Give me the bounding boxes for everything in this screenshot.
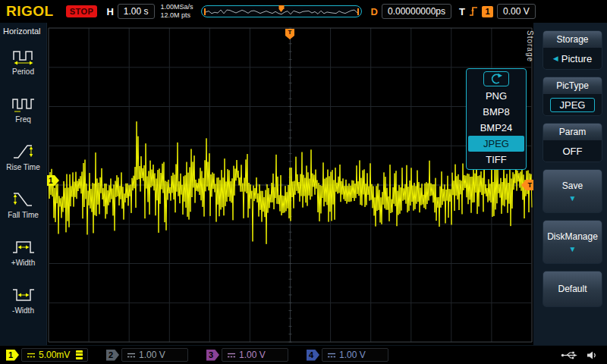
- rotate-ccw-icon[interactable]: [483, 71, 509, 86]
- channel-3-status[interactable]: 3 1.00 V: [206, 348, 288, 362]
- save-label: Save: [562, 180, 583, 191]
- storage-value: Picture: [561, 53, 592, 64]
- period-icon: [11, 46, 36, 66]
- trigger-position-mini-marker: [278, 5, 284, 12]
- bandwidth-limit-icon: [76, 350, 83, 359]
- channel-3-scale: 1.00 V: [239, 350, 266, 360]
- sidebar-item-plus-width[interactable]: +Width: [0, 228, 46, 276]
- storage-title: Storage: [543, 31, 602, 48]
- trigger-label: T: [459, 6, 465, 17]
- channel-2-scale: 1.00 V: [139, 350, 165, 360]
- sidebar-item-freq[interactable]: Freq: [0, 85, 46, 133]
- rigol-logo: RIGOL: [6, 3, 54, 20]
- sidebar-item-fall-time[interactable]: Fall Time: [0, 180, 46, 228]
- waveform-position-indicator: [201, 5, 362, 17]
- diskmanage-button[interactable]: DiskManage ▼: [543, 220, 602, 264]
- fall-time-icon: [11, 190, 36, 209]
- trigger-edge-icon: [469, 6, 478, 17]
- pictype-popup: PNG BMP8 BMP24 JPEG TIFF: [466, 68, 527, 170]
- sidebar-item-rise-time[interactable]: Rise Time: [0, 133, 46, 180]
- sidebar-item-label: Rise Time: [6, 163, 39, 171]
- menu-group-param[interactable]: Param OFF: [543, 123, 602, 162]
- minus-width-icon: [11, 285, 36, 305]
- channel-4-badge: 4: [307, 350, 319, 361]
- memory-depth-value: 12.0M pts: [161, 11, 193, 20]
- channel-4-status[interactable]: 4 1.00 V: [307, 348, 388, 362]
- waveform-display-area: T 1 T PNG BMP8 BMP24 JPEG TIFF: [47, 23, 533, 345]
- sample-rate-readout: 1.00MSa/s 12.0M pts: [161, 3, 193, 20]
- default-label: Default: [558, 284, 587, 294]
- graticule-and-waveform: [47, 23, 533, 345]
- param-value: OFF: [563, 146, 583, 157]
- coupling-dc-icon: [27, 352, 36, 359]
- channel-2-status[interactable]: 2 1.00 V: [106, 348, 188, 362]
- oscilloscope-screen: RIGOL STOP H 1.00 s 1.00MSa/s 12.0M pts …: [0, 0, 607, 364]
- channel-1-scale: 5.00mV: [39, 350, 70, 360]
- coupling-dc-icon: [327, 352, 336, 359]
- freq-icon: [11, 94, 36, 114]
- arrow-down-icon: ▼: [569, 196, 577, 202]
- top-status-bar: RIGOL STOP H 1.00 s 1.00MSa/s 12.0M pts …: [0, 0, 607, 23]
- speaker-icon[interactable]: [587, 350, 598, 360]
- popup-item-tiff[interactable]: TIFF: [468, 152, 524, 168]
- window-left-bracket: [204, 8, 206, 15]
- sidebar-item-period[interactable]: Period: [0, 37, 46, 85]
- run-state-badge: STOP: [66, 5, 98, 17]
- popup-item-png[interactable]: PNG: [468, 88, 524, 104]
- arrow-left-icon: ◀: [553, 55, 558, 62]
- save-button[interactable]: Save ▼: [543, 169, 602, 213]
- horizontal-measure-sidebar: Horizontal Period Freq: [0, 23, 47, 345]
- channel-3-badge: 3: [206, 350, 219, 361]
- timebase-readout: 1.00 s: [118, 4, 155, 19]
- sidebar-item-label: Period: [12, 67, 34, 76]
- storage-menu-panel: Storage ◀ Picture PicType JPEG Param OFF…: [533, 23, 607, 345]
- sidebar-item-label: Fall Time: [8, 211, 39, 219]
- diskmanage-label: DiskManage: [547, 231, 598, 242]
- window-right-bracket: [357, 8, 359, 15]
- rise-time-icon: [11, 142, 36, 162]
- pictype-value: JPEG: [550, 98, 596, 112]
- channel-4-scale: 1.00 V: [339, 350, 366, 360]
- trigger-level-readout: 0.00 V: [497, 4, 536, 19]
- popup-item-bmp24[interactable]: BMP24: [468, 120, 524, 136]
- coupling-dc-icon: [127, 352, 136, 359]
- coupling-dc-icon: [227, 352, 236, 359]
- channel-status-bar: 1 5.00mV 2 1.00 V 3: [0, 345, 607, 364]
- menu-tab-storage: Storage: [526, 30, 534, 62]
- default-button[interactable]: Default: [543, 271, 602, 307]
- trigger-position-marker[interactable]: T: [285, 29, 294, 39]
- sidebar-item-minus-width[interactable]: -Width: [0, 276, 46, 324]
- sidebar-item-label: -Width: [12, 306, 34, 315]
- horizontal-label: H: [106, 6, 113, 17]
- menu-group-storage[interactable]: Storage ◀ Picture: [543, 30, 602, 70]
- menu-group-pictype[interactable]: PicType JPEG: [543, 77, 602, 116]
- delay-label: D: [371, 6, 378, 17]
- sidebar-item-label: +Width: [11, 259, 35, 267]
- usb-icon: [561, 350, 579, 360]
- sidebar-item-label: Freq: [15, 115, 31, 124]
- popup-item-bmp8[interactable]: BMP8: [468, 104, 524, 120]
- popup-item-jpeg[interactable]: JPEG: [468, 136, 524, 152]
- delay-readout: 0.00000000ps: [382, 4, 451, 19]
- pictype-title: PicType: [543, 77, 602, 94]
- trigger-source-badge: 1: [482, 6, 493, 17]
- channel-1-badge: 1: [6, 350, 19, 361]
- channel-2-badge: 2: [106, 350, 119, 361]
- param-title: Param: [543, 124, 602, 140]
- plus-width-icon: [11, 237, 36, 257]
- channel-1-status[interactable]: 1 5.00mV: [6, 348, 88, 362]
- sidebar-title: Horizontal: [0, 23, 46, 37]
- arrow-down-icon: ▼: [569, 246, 577, 253]
- sample-rate-value: 1.00MSa/s: [161, 3, 193, 11]
